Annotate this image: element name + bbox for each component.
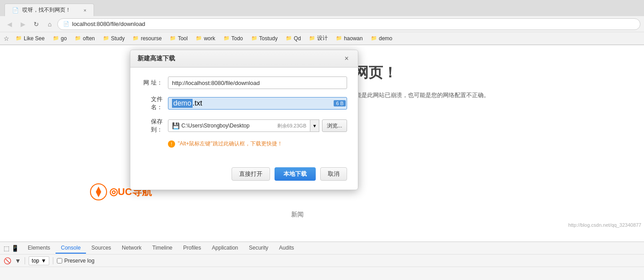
bookmark-work[interactable]: 📁 work — [192, 34, 219, 42]
bookmark-label: demo — [379, 35, 392, 42]
context-filter-dropdown[interactable]: top ▼ — [29, 256, 50, 265]
back-button[interactable]: ◀ — [4, 18, 15, 30]
bookmark-folder-icon: 📁 — [251, 35, 258, 41]
devtools-tabs: ⬚ 📱 Elements Console Sources Network Tim… — [0, 242, 644, 255]
preserve-log-checkbox[interactable] — [57, 258, 62, 263]
bookmark-demo[interactable]: 📁 demo — [367, 34, 396, 42]
bookmark-tool[interactable]: 📁 Tool — [166, 34, 191, 42]
bookmark-label: work — [204, 35, 215, 42]
bookmark-label: often — [83, 35, 95, 42]
tab-title: 哎呀，找不到网页！ — [22, 6, 71, 14]
navigation-bar: ◀ ▶ ↻ ⌂ 📄 localhost:8080/file/download — [0, 16, 644, 32]
tab-close-button[interactable]: × — [84, 8, 86, 13]
saveto-container: 💾 C:\Users\Strongboy\Desktop 剩余69.23GB ▼… — [168, 119, 347, 132]
toolbar-separator — [25, 257, 25, 264]
url-label: 网 址： — [141, 79, 163, 87]
bookmark-folder-icon: 📁 — [16, 35, 22, 41]
bookmark-folder-icon: 📁 — [103, 35, 109, 41]
clear-console-icon[interactable]: 🚫 — [4, 257, 11, 264]
dialog-footer: 直接打开 本地下载 取消 — [130, 164, 358, 190]
saveto-row: 保存到： 💾 C:\Users\Strongboy\Desktop 剩余69.2… — [141, 118, 347, 134]
dropdown-arrow-icon: ▼ — [41, 258, 47, 264]
tab-console[interactable]: Console — [56, 243, 86, 254]
browser-tab[interactable]: 📄 哎呀，找不到网页！ × — [4, 4, 94, 16]
bookmark-label: resourse — [141, 35, 162, 42]
bookmark-like-see[interactable]: 📁 Like See — [12, 34, 48, 42]
url-input[interactable] — [168, 76, 347, 89]
home-button[interactable]: ⌂ — [44, 18, 56, 30]
disk-icon: 💾 — [172, 122, 180, 129]
filename-label: 文件名： — [141, 95, 163, 111]
bookmark-folder-icon: 📁 — [286, 35, 292, 41]
bookmark-folder-icon: 📁 — [371, 35, 377, 41]
forward-button[interactable]: ▶ — [17, 18, 29, 30]
hint-icon: ! — [168, 140, 175, 148]
tab-elements[interactable]: Elements — [22, 243, 56, 254]
cancel-button[interactable]: 取消 — [320, 167, 347, 181]
devtools-panel: ⬚ 📱 Elements Console Sources Network Tim… — [0, 242, 644, 280]
dialog-close-button[interactable]: × — [343, 55, 351, 63]
browse-button[interactable]: 浏览... — [322, 119, 347, 132]
page-icon: 📄 — [63, 21, 69, 27]
dialog-header: 新建高速下载 × — [130, 50, 358, 68]
bookmark-todo[interactable]: 📁 Todo — [220, 34, 247, 42]
tab-sources[interactable]: Sources — [86, 243, 116, 254]
tab-security[interactable]: Security — [244, 243, 274, 254]
local-download-button[interactable]: 本地下载 — [275, 167, 316, 181]
tab-application[interactable]: Application — [206, 243, 244, 254]
filesize-badge: 6 B — [334, 100, 346, 106]
bookmark-folder-icon: 📁 — [75, 35, 81, 41]
address-bar[interactable]: 📄 localhost:8080/file/download — [57, 18, 640, 30]
bookmark-label: Qd — [294, 35, 301, 42]
bookmark-label: haowan — [344, 35, 363, 42]
preserve-log-label[interactable]: Preserve log — [57, 258, 94, 264]
tab-profiles[interactable]: Profiles — [178, 243, 206, 254]
bookmarks-bar: ☆ 📁 Like See 📁 go 📁 often 📁 Study 📁 reso… — [0, 32, 644, 45]
bookmark-label: Tool — [178, 35, 188, 42]
url-row: 网 址： — [141, 76, 347, 89]
preserve-log-text: Preserve log — [64, 258, 94, 264]
filename-row: 文件名： demo.txt 6 B — [141, 95, 347, 111]
bookmark-folder-icon: 📁 — [309, 35, 315, 41]
bookmark-tostudy[interactable]: 📁 Tostudy — [248, 34, 281, 42]
bookmark-resourse[interactable]: 📁 resourse — [129, 34, 165, 42]
filename-input-container[interactable]: demo.txt 6 B — [168, 97, 347, 110]
tab-timeline[interactable]: Timeline — [147, 243, 178, 254]
tab-audits[interactable]: Audits — [274, 243, 299, 254]
svg-point-26 — [97, 190, 100, 194]
bookmark-label: 设计 — [317, 34, 328, 42]
filter-icon[interactable]: ▼ — [15, 257, 21, 264]
bookmark-design[interactable]: 📁 设计 — [305, 34, 331, 43]
bookmark-folder-icon: 📁 — [196, 35, 202, 41]
hint-text: "Alt+鼠标左键"跳过此确认框，下载更快捷！ — [178, 140, 283, 148]
dialog-title: 新建高速下载 — [137, 55, 175, 63]
bookmark-label: Tostudy — [259, 35, 278, 42]
disk-space-text: 剩余69.23GB — [277, 123, 306, 129]
bookmark-often[interactable]: 📁 often — [71, 34, 99, 42]
tab-network[interactable]: Network — [116, 243, 147, 254]
download-dialog: 新建高速下载 × 网 址： 文件名： demo.txt 6 B — [130, 50, 358, 190]
dialog-body: 网 址： 文件名： demo.txt 6 B 保存到： � — [130, 68, 358, 164]
filename-selected: demo — [172, 99, 193, 108]
bookmark-folder-icon: 📁 — [223, 35, 230, 41]
page-content: MAP ? 哎呀，找不到网页！ 与此网站的连接尝试遭到拒绝，可能是此网站已崩溃，… — [0, 45, 644, 255]
devtools-toolbar: 🚫 ▼ top ▼ Preserve log — [0, 255, 644, 267]
bookmark-label: Todo — [232, 35, 243, 42]
open-directly-button[interactable]: 直接打开 — [232, 167, 270, 181]
bookmark-qd[interactable]: 📁 Qd — [282, 34, 305, 42]
address-text: localhost:8080/file/download — [72, 21, 635, 27]
mobile-icon[interactable]: 📱 — [11, 245, 19, 252]
top-filter-label: top — [32, 258, 39, 264]
save-path-text: C:\Users\Strongboy\Desktop — [181, 123, 249, 129]
bookmark-label: go — [61, 35, 67, 42]
saveto-label: 保存到： — [141, 118, 163, 134]
space-dropdown-button[interactable]: ▼ — [310, 119, 319, 132]
bookmark-study[interactable]: 📁 Study — [99, 34, 129, 42]
inspect-icon[interactable]: ⬚ — [4, 245, 9, 252]
bookmark-go[interactable]: 📁 go — [49, 34, 70, 42]
bookmark-haowan[interactable]: 📁 haowan — [332, 34, 366, 42]
bookmark-folder-icon: 📁 — [133, 35, 139, 41]
devtools-icons: ⬚ 📱 — [4, 245, 19, 252]
refresh-button[interactable]: ↻ — [30, 18, 42, 30]
watermark: http://blog.csdn.net/qq_32340877 — [566, 221, 644, 229]
